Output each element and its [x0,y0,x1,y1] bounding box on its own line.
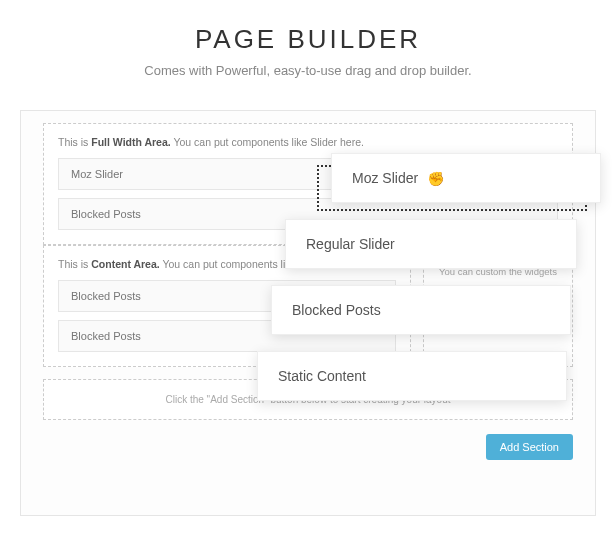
grab-cursor-icon: ✊ [426,170,444,187]
picker-option-regular-slider[interactable]: Regular Slider [285,219,577,269]
page-subtitle: Comes with Powerful, easy-to-use drag an… [0,63,616,78]
picker-option-blocked-posts[interactable]: Blocked Posts [271,285,571,335]
builder-frame: This is Full Width Area. You can put com… [20,110,596,516]
fullwidth-area-label: This is Full Width Area. You can put com… [58,136,558,148]
page-title: PAGE BUILDER [0,24,616,55]
picker-option-static-content[interactable]: Static Content [257,351,567,401]
picker-option-moz-slider[interactable]: Moz Slider [331,153,601,203]
add-section-button[interactable]: Add Section [486,434,573,460]
